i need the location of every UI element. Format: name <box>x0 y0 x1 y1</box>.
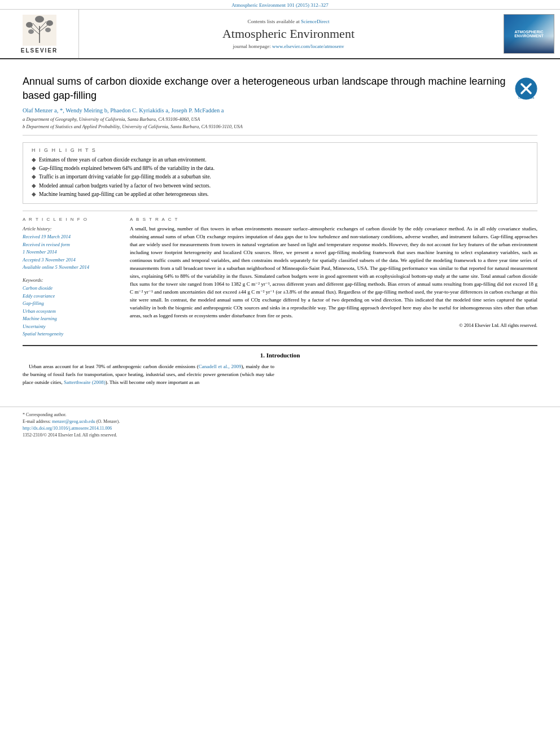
received-date: Received 19 March 2014 <box>23 234 71 239</box>
article-authors: Olaf Menzer a, *, Wendy Meiring b, Phaed… <box>23 107 509 113</box>
journal-homepage-line: journal homepage: www.elsevier.com/locat… <box>233 43 344 49</box>
footnote-section: * Corresponding author. E-mail address: … <box>23 412 120 439</box>
journal-header: ELSEVIER Contents lists available at Sci… <box>0 10 560 59</box>
svg-point-8 <box>46 20 53 26</box>
cover-title-text: ATMOSPHERICENVIRONMENT <box>513 28 545 40</box>
highlights-section: H I G H L I G H T S ◆ Estimates of three… <box>23 142 537 204</box>
article-title: Annual sums of carbon dioxide exchange o… <box>23 75 509 103</box>
elsevier-logo-area: ELSEVIER <box>0 10 79 58</box>
crossmark-badge: CrossMark <box>515 77 537 100</box>
svg-point-10 <box>45 28 51 32</box>
list-item: ◆ Modeled annual carbon budgets varied b… <box>32 182 528 190</box>
email-note: E-mail address: menzer@geog.ucsb.edu (O.… <box>23 418 120 425</box>
abstract-column: A B S T R A C T A small, but growing, nu… <box>130 217 537 338</box>
journal-homepage-link[interactable]: www.elsevier.com/locate/atmosenv <box>272 43 344 49</box>
satterthwaite-ref-link[interactable]: Satterthwaite (2008) <box>64 379 106 385</box>
introduction-title: 1. Introduction <box>23 352 537 359</box>
journal-top-bar: Atmospheric Environment 101 (2015) 312–3… <box>0 0 560 10</box>
doi-line: http://dx.doi.org/10.1016/j.atmosenv.201… <box>23 425 120 432</box>
highlights-list: ◆ Estimates of three years of carbon dio… <box>32 156 528 199</box>
svg-point-6 <box>35 16 44 23</box>
canadell-ref-link[interactable]: Canadell et al., 2009 <box>199 364 242 369</box>
article-title-section: Annual sums of carbon dioxide exchange o… <box>23 68 537 136</box>
bullet-icon: ◆ <box>32 191 36 198</box>
article-info-column: A R T I C L E I N F O Article history: R… <box>23 217 119 338</box>
highlights-label: H I G H L I G H T S <box>32 147 528 153</box>
journal-name: Atmospheric Environment <box>222 27 355 41</box>
keywords-list: Carbon dioxide Eddy covariance Gap-filli… <box>23 285 119 338</box>
revised-date: Received in revised form1 November 2014 <box>23 242 70 255</box>
section-divider <box>23 345 537 346</box>
list-item: ◆ Traffic is an important driving variab… <box>32 173 528 181</box>
history-label: Article history: <box>23 225 119 233</box>
article-info-label: A R T I C L E I N F O <box>23 217 119 222</box>
article-affiliations: a Department of Geography, University of… <box>23 116 509 130</box>
intro-col-right <box>286 363 537 387</box>
introduction-two-column: Urban areas account for at least 70% of … <box>23 363 537 387</box>
introduction-section: 1. Introduction Urban areas account for … <box>23 352 537 387</box>
bullet-icon: ◆ <box>32 156 36 164</box>
elsevier-tree-icon <box>23 15 56 46</box>
sciencedirect-link[interactable]: ScienceDirect <box>301 19 329 24</box>
bullet-icon: ◆ <box>32 182 36 190</box>
article-title-area: Annual sums of carbon dioxide exchange o… <box>23 75 509 130</box>
keywords-section: Keywords: Carbon dioxide Eddy covariance… <box>23 277 119 338</box>
available-online-date: Available online 5 November 2014 <box>23 264 89 270</box>
list-item: ◆ Machine learning based gap-filling can… <box>32 190 528 199</box>
main-content: Annual sums of carbon dioxide exchange o… <box>0 59 560 395</box>
svg-text:CrossMark: CrossMark <box>518 96 535 99</box>
article-history: Article history: Received 19 March 2014 … <box>23 225 119 272</box>
svg-point-9 <box>28 29 34 34</box>
doi-link[interactable]: http://dx.doi.org/10.1016/j.atmosenv.201… <box>23 426 112 431</box>
affiliation-b: b Department of Statistics and Applied P… <box>23 123 509 130</box>
abstract-text: A small, but growing, number of flux tow… <box>130 225 537 320</box>
accepted-date: Accepted 3 November 2014 <box>23 257 76 263</box>
list-item: ◆ Gap-filling models explained between 6… <box>32 164 528 173</box>
affiliation-a: a Department of Geography, University of… <box>23 116 509 123</box>
intro-paragraph-left: Urban areas account for at least 70% of … <box>23 363 274 387</box>
journal-cover-area: ATMOSPHERICENVIRONMENT <box>498 10 560 58</box>
keywords-label: Keywords: <box>23 277 119 283</box>
corresponding-author-note: * Corresponding author. <box>23 412 120 418</box>
journal-cover-image: ATMOSPHERICENVIRONMENT <box>504 14 554 54</box>
contents-available-line: Contents lists available at ScienceDirec… <box>248 19 330 24</box>
journal-citation: Atmospheric Environment 101 (2015) 312–3… <box>231 2 328 8</box>
elsevier-wordmark: ELSEVIER <box>21 47 58 54</box>
bullet-icon: ◆ <box>32 165 36 172</box>
abstract-copyright: © 2014 Elsevier Ltd. All rights reserved… <box>130 322 537 328</box>
bullet-icon: ◆ <box>32 173 36 181</box>
page-footer: * Corresponding author. E-mail address: … <box>0 407 560 439</box>
author-email-link[interactable]: menzer@geog.ucsb.edu <box>52 419 95 424</box>
abstract-label: A B S T R A C T <box>130 217 537 222</box>
svg-point-7 <box>26 22 33 28</box>
article-info-abstract-section: A R T I C L E I N F O Article history: R… <box>23 211 537 338</box>
list-item: ◆ Estimates of three years of carbon dio… <box>32 156 528 164</box>
issn-line: 1352-2310/© 2014 Elsevier Ltd. All right… <box>23 432 120 439</box>
elsevier-logo: ELSEVIER <box>21 15 58 54</box>
intro-col-left: Urban areas account for at least 70% of … <box>23 363 274 387</box>
journal-branding: Contents lists available at ScienceDirec… <box>79 10 498 58</box>
